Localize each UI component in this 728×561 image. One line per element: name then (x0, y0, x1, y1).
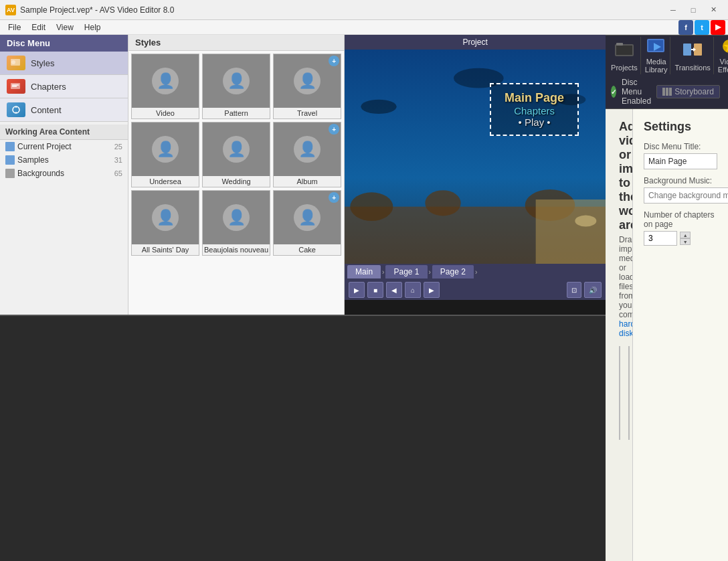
bottom-toolbar: Projects Media Library Transitions (606, 35, 728, 75)
facebook-icon[interactable]: f (678, 20, 693, 35)
style-cake-thumb: + 👤 (274, 191, 341, 244)
svg-rect-24 (683, 44, 691, 56)
stop-button[interactable]: ■ (367, 282, 383, 298)
preview-background: Main Page Chapters • Play • (345, 50, 606, 264)
working-slot-1[interactable] (619, 346, 620, 440)
style-travel-label: Travel (274, 108, 341, 118)
chapters-input[interactable] (644, 231, 677, 246)
samples-count: 31 (114, 156, 122, 164)
travel-add-badge: + (329, 56, 339, 66)
style-undersea-label: Undersea (132, 176, 199, 187)
right-panel: Project (345, 35, 606, 315)
tab-page2[interactable]: Page 2 (432, 265, 474, 278)
menu-edit[interactable]: Edit (26, 21, 51, 33)
window-title: Sample Project.vep* - AVS Video Editor 8… (20, 5, 664, 15)
audio-button[interactable]: 🔊 (584, 282, 602, 298)
svg-rect-43 (620, 347, 620, 440)
window-buttons: ─ □ ✕ (664, 2, 723, 18)
style-wedding-thumb: 👤 (203, 123, 270, 176)
tool-projects[interactable]: Projects (608, 37, 641, 74)
styles-grid: 👤 Video 👤 Pattern (131, 54, 341, 256)
style-album-label: Album (274, 176, 341, 187)
prev-button[interactable]: ◀ (386, 282, 402, 298)
cake-add-badge: + (329, 192, 339, 203)
disc-menu-title-field: Disc Menu Title: (644, 142, 717, 169)
person-silhouette-8: 👤 (223, 204, 250, 231)
maximize-button[interactable]: □ (684, 2, 703, 18)
tab-page1[interactable]: Page 1 (385, 265, 427, 278)
svg-point-9 (361, 100, 396, 114)
transitions-label: Transitions (674, 64, 710, 72)
style-pattern-label: Pattern (203, 108, 270, 118)
folder-gray-icon (5, 169, 15, 178)
menu-help[interactable]: Help (79, 21, 106, 33)
styles-button[interactable]: Styles (0, 52, 128, 75)
background-music-input[interactable] (644, 187, 728, 204)
video-effects-label: Video Effects (718, 58, 728, 74)
tool-transitions[interactable]: Transitions (672, 37, 713, 74)
svg-point-14 (425, 190, 460, 216)
style-pattern[interactable]: 👤 Pattern (202, 54, 270, 119)
tab-arrow-2: › (429, 268, 431, 276)
style-pattern-thumb: 👤 (203, 54, 270, 108)
tree-item-backgrounds[interactable]: Backgrounds 65 (0, 167, 128, 180)
menu-file[interactable]: File (3, 21, 26, 33)
style-beaujolais-label: Beaujolais nouveau (203, 244, 270, 255)
playback-controls: ▶ ■ ◀ ⌂ ▶ ⊡ 🔊 (345, 280, 606, 300)
svg-rect-20 (616, 46, 632, 55)
next-button[interactable]: ▶ (424, 282, 440, 298)
content-button[interactable]: Content (0, 98, 128, 122)
center-panel: Styles 👤 Video 👤 (128, 35, 345, 315)
style-beaujolais[interactable]: 👤 Beaujolais nouveau (202, 190, 270, 256)
minimize-button[interactable]: ─ (664, 2, 682, 18)
person-silhouette-3: 👤 (294, 68, 321, 94)
storyboard-button[interactable]: Storyboard (656, 85, 720, 98)
style-undersea[interactable]: 👤 Undersea (131, 122, 199, 187)
fullscreen-preview[interactable]: ⊡ (567, 282, 581, 298)
bottom-content: Add videos or images to the working area… (606, 109, 728, 561)
disc-menu-title-label: Disc Menu Title: (644, 142, 717, 151)
style-saints[interactable]: 👤 All Saints' Day (131, 190, 199, 256)
style-cake[interactable]: + 👤 Cake (273, 190, 341, 256)
close-button[interactable]: ✕ (704, 2, 723, 18)
projects-icon (614, 39, 635, 61)
transitions-icon (682, 39, 703, 61)
chapters-spinner: ▲ ▼ (680, 232, 691, 245)
play-button[interactable]: ▶ (349, 282, 365, 298)
tab-arrow-1: › (382, 268, 384, 276)
folder-blue-icon (5, 142, 15, 151)
style-travel[interactable]: + 👤 Travel (273, 54, 341, 119)
svg-rect-40 (662, 88, 665, 96)
storyboard-label: Storyboard (674, 87, 714, 96)
tool-media-library[interactable]: Media Library (642, 37, 671, 74)
chapters-decrement[interactable]: ▼ (680, 238, 691, 245)
tree-item-current-project[interactable]: Current Project 25 (0, 140, 128, 153)
styles-grid-area[interactable]: 👤 Video 👤 Pattern (128, 51, 344, 315)
add-videos-link[interactable]: hard disk (619, 319, 633, 338)
samples-label: Samples (17, 155, 114, 165)
tree-item-samples[interactable]: Samples 31 (0, 153, 128, 167)
person-silhouette-7: 👤 (152, 204, 179, 231)
style-wedding[interactable]: 👤 Wedding (202, 122, 270, 187)
chapters-increment[interactable]: ▲ (680, 232, 691, 238)
chapters-label: Number of chapters on page (644, 210, 717, 229)
menu-view[interactable]: View (51, 21, 79, 33)
twitter-icon[interactable]: t (695, 20, 709, 35)
youtube-icon[interactable]: ▶ (711, 20, 725, 35)
chapters-button[interactable]: Chapters (0, 75, 128, 98)
style-album-thumb: + 👤 (274, 123, 341, 176)
background-music-field: Background Music: Browse... (644, 176, 717, 204)
working-slot-2: Working area is not available for curren… (628, 346, 630, 440)
tool-video-effects[interactable]: Video Effects (715, 37, 728, 74)
person-silhouette: 👤 (152, 68, 179, 94)
style-album[interactable]: + 👤 Album (273, 122, 341, 187)
style-video-thumb: 👤 (132, 54, 199, 108)
style-video[interactable]: 👤 Video (131, 54, 199, 119)
working-area-content-label: Working Area Content (0, 125, 128, 140)
person-silhouette-6: 👤 (294, 136, 321, 163)
person-silhouette-2: 👤 (223, 68, 250, 94)
home-button[interactable]: ⌂ (405, 282, 421, 298)
left-panel: Disc Menu Styles Chapters (0, 35, 128, 315)
disc-menu-title-input[interactable] (644, 153, 717, 169)
tab-main[interactable]: Main (347, 265, 381, 278)
